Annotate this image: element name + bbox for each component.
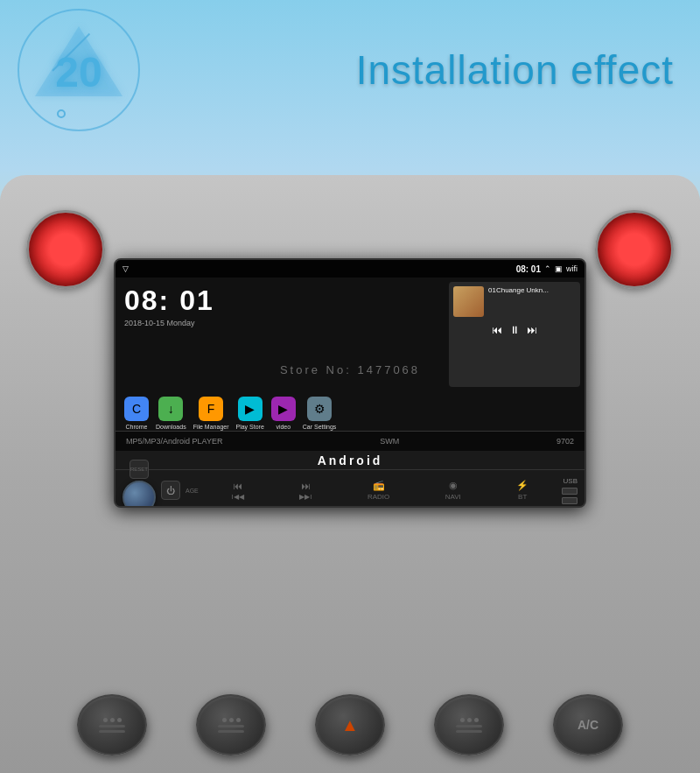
radio-btn[interactable]: 📻 RADIO (368, 480, 389, 501)
store-watermark: Store No: 1477068 (280, 363, 420, 376)
chrome-label: Chrome (126, 424, 148, 430)
music-title: 01Chuange Unkn... (488, 286, 576, 294)
bt-btn[interactable]: ⚡ BT (516, 480, 528, 501)
navi-icon: ◉ (449, 480, 458, 491)
btn-line-2 (99, 730, 125, 733)
app-car-settings[interactable]: ⚙ Car Settings (303, 397, 337, 430)
stereo-unit: ▽ 08: 01 ⌃ ▣ wifi 08: 01 2018-10-15 Mond… (114, 258, 586, 508)
header-badge: 20 (18, 9, 140, 131)
next-track-btn[interactable]: ⏭ ▶▶I (299, 481, 312, 501)
btn-line-5 (456, 725, 482, 727)
reset-button[interactable]: RESET (130, 460, 149, 479)
car-btn-1[interactable] (77, 694, 147, 755)
deco-dot (57, 109, 66, 118)
prev-track-icon: ⏮ (233, 481, 242, 491)
bt-label: BT (518, 493, 527, 501)
app-play-store[interactable]: ▶ Play Store (236, 397, 264, 430)
btn-line-4 (218, 730, 244, 733)
downloads-label: Downloads (156, 424, 186, 430)
btn-dots-4 (460, 718, 479, 722)
badge-number: 20 (18, 48, 140, 96)
ac-button[interactable]: A/C (553, 694, 623, 755)
btn-line-1 (99, 725, 125, 727)
usb-port-1 (562, 488, 578, 495)
prev-track-btn[interactable]: ⏮ I◀◀ (232, 481, 244, 501)
car-settings-icon: ⚙ (307, 397, 332, 421)
car-settings-label: Car Settings (303, 424, 337, 430)
next-label: ▶▶I (299, 493, 312, 501)
play-store-icon: ▶ (238, 397, 262, 421)
age-control: AGE (186, 488, 199, 494)
vent-right (595, 210, 674, 289)
app-grid: C Chrome ↓ Downloads F File Manager ▶ Pl… (116, 391, 584, 431)
music-thumbnail (453, 286, 484, 317)
app-file-manager[interactable]: F File Manager (193, 397, 229, 430)
radio-label: RADIO (368, 493, 389, 501)
play-store-label: Play Store (236, 424, 264, 430)
top-info-bar: MP5/MP3/Android PLAYER SWM 9702 (116, 432, 584, 451)
next-button[interactable]: ⏭ (527, 324, 537, 336)
prev-button[interactable]: ⏮ (492, 324, 502, 336)
android-label: Android (318, 453, 383, 467)
android-label-bar: Android (116, 451, 584, 470)
bottom-buttons: ▲ A/C (0, 694, 700, 755)
navi-label: NAVI (445, 493, 461, 501)
app-downloads[interactable]: ↓ Downloads (156, 397, 186, 430)
chevron-up-icon: ⌃ (544, 264, 551, 273)
physical-controls: MP5/MP3/Android PLAYER SWM 9702 Android … (116, 431, 584, 508)
hazard-icon: ▲ (341, 715, 359, 735)
radio-icon: 📻 (373, 480, 385, 491)
time-display: 08: 01 (516, 264, 541, 274)
app-chrome[interactable]: C Chrome (124, 397, 149, 430)
music-controls[interactable]: ⏮ ⏸ ⏭ (453, 324, 576, 336)
wifi-icon: wifi (566, 264, 578, 273)
music-widget[interactable]: 01Chuange Unkn... ⏮ ⏸ ⏭ (449, 282, 580, 387)
downloads-icon: ↓ (158, 397, 183, 421)
navi-btn[interactable]: ◉ NAVI (445, 480, 461, 501)
car-btn-2[interactable] (196, 694, 266, 755)
car-btn-4[interactable] (434, 694, 504, 755)
prev-label: I◀◀ (232, 493, 244, 501)
status-icons: 08: 01 ⌃ ▣ wifi (516, 264, 578, 274)
page-title: Installation effect (356, 48, 674, 93)
model-number: 9702 (556, 437, 574, 446)
music-top: 01Chuange Unkn... (453, 286, 576, 317)
file-manager-label: File Manager (193, 424, 229, 430)
player-model: MP5/MP3/Android PLAYER (126, 437, 222, 446)
video-icon: ▶ (271, 397, 296, 421)
power-button[interactable]: ⏻ (161, 481, 180, 500)
hazard-button[interactable]: ▲ (315, 694, 385, 755)
vol-control: RESET VOL (122, 460, 156, 509)
center-controls: ⏮ I◀◀ ⏭ ▶▶I 📻 RADIO ◉ NAVI ⚡ BT (204, 480, 556, 501)
btn-line-6 (456, 730, 482, 733)
file-manager-icon: F (199, 397, 223, 421)
btn-line-3 (218, 725, 244, 727)
next-track-icon: ⏭ (301, 481, 311, 491)
bt-icon: ⚡ (516, 480, 528, 491)
usb-ports: USB (562, 477, 578, 504)
screen-right: 01Chuange Unkn... ⏮ ⏸ ⏭ (444, 278, 584, 391)
volume-knob[interactable] (122, 481, 156, 509)
chrome-icon: C (124, 397, 149, 421)
date-display: 2018-10-15 Monday (124, 319, 436, 327)
usb-label: USB (564, 477, 578, 485)
music-info: 01Chuange Unkn... (488, 286, 576, 317)
status-bar-left: ▽ (122, 264, 129, 273)
title-text: Installation effect (356, 48, 674, 93)
clock: 08: 01 (124, 285, 436, 317)
brand-swm: SWM (380, 437, 399, 446)
btn-dots-1 (103, 718, 122, 722)
usb-port-2 (562, 497, 578, 504)
play-pause-button[interactable]: ⏸ (509, 324, 520, 336)
ac-label: A/C (578, 718, 598, 732)
android-screen[interactable]: ▽ 08: 01 ⌃ ▣ wifi 08: 01 2018-10-15 Mond… (116, 260, 584, 431)
controls-row: RESET VOL ⏻ AGE ⏮ I◀◀ ⏭ ▶▶I 📻 RADIO (116, 470, 584, 508)
vent-left (26, 210, 105, 289)
age-label: AGE (186, 488, 199, 494)
video-label: video (276, 424, 290, 430)
status-bar: ▽ 08: 01 ⌃ ▣ wifi (116, 260, 584, 278)
app-video[interactable]: ▶ video (271, 397, 296, 430)
signal-icon: ▣ (555, 264, 563, 273)
btn-dots-2 (222, 718, 241, 722)
